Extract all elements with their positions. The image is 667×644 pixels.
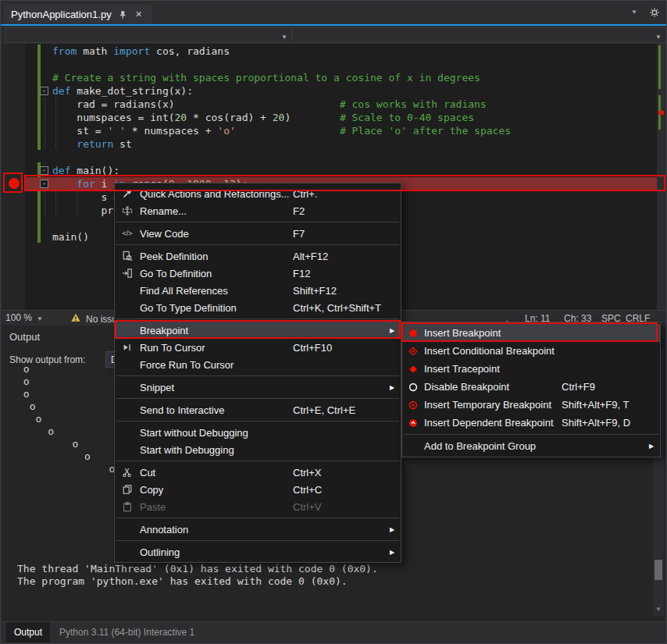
menu-separator	[116, 421, 399, 422]
editor-context-menu: Quick Actions and Refactorings...Ctrl+.R…	[114, 183, 401, 563]
code-line[interactable]: st = ' ' * numspaces + 'o' # Place 'o' a…	[2, 124, 657, 137]
quick-actions-icon	[115, 188, 140, 199]
tool-window-tab-python-3-11-64-bit-interactive-1[interactable]: Python 3.11 (64-bit) Interactive 1	[52, 622, 202, 642]
fold-toggle-icon[interactable]: -	[40, 87, 48, 95]
menu-item-shortcut: F7	[293, 228, 390, 240]
menu-separator	[116, 375, 399, 376]
menu-item-label: Breakpoint	[140, 325, 293, 336]
code-segment: st =	[52, 125, 107, 137]
fold-toggle-icon[interactable]: -	[40, 166, 48, 175]
menu-item-shortcut: Ctrl+E, Ctrl+E	[293, 404, 390, 416]
chevron-down-icon[interactable]: ▼	[629, 7, 640, 18]
menu-item-add-to-breakpoint-group[interactable]: Add to Breakpoint Group▶	[402, 437, 660, 455]
menu-item-label: Run To Cursor	[140, 342, 293, 354]
menu-item-annotation[interactable]: Annotation▶	[115, 521, 401, 538]
menu-item-run-to-cursor[interactable]: Run To CursorCtrl+F10	[115, 339, 401, 356]
tab-bar-controls: ▼	[629, 7, 660, 18]
code-segment: 'o'	[217, 125, 235, 137]
menu-item-insert-breakpoint[interactable]: Insert Breakpoint	[402, 324, 660, 342]
menu-item-label: Copy	[140, 484, 293, 496]
menu-separator	[116, 244, 399, 245]
paste-icon	[115, 501, 140, 512]
menu-item-outlining[interactable]: Outlining▶	[115, 543, 401, 560]
vs-window: PythonApplication1.py ✕ ▼ ▼ ▼ from math …	[0, 0, 667, 644]
menu-item-shortcut: F12	[293, 268, 390, 279]
menu-item-peek-definition[interactable]: Peek DefinitionAlt+F12	[115, 247, 401, 265]
code-line[interactable]: def make_dot_string(x):	[2, 84, 657, 98]
code-line[interactable]: numspaces = int(20 * cos(rad) + 20) # Sc…	[2, 111, 657, 124]
code-segment: # Create a string with spaces proportion…	[52, 72, 480, 84]
breakpoint-mark	[658, 111, 664, 115]
code-line[interactable]: from math import cos, radians	[2, 44, 657, 58]
close-icon[interactable]: ✕	[134, 9, 144, 20]
menu-item-force-run-to-cursor[interactable]: Force Run To Cursor	[115, 356, 401, 373]
menu-item-insert-conditional-breakpoint[interactable]: Insert Conditional Breakpoint	[402, 342, 660, 360]
code-segment: main()	[52, 231, 89, 243]
menu-item-insert-tracepoint[interactable]: Insert Tracepoint	[402, 360, 660, 378]
menu-item-label: Disable Breakpoint	[424, 381, 562, 393]
tool-window-tab-output[interactable]: Output	[6, 622, 50, 642]
menu-item-shortcut: Ctrl+K, Ctrl+Shift+T	[293, 302, 390, 314]
menu-item-label: Go To Type Definition	[140, 302, 293, 314]
menu-item-quick-actions-and-refactorings[interactable]: Quick Actions and Refactorings...Ctrl+.	[115, 185, 401, 202]
menu-item-find-all-references[interactable]: Find All ReferencesShift+F12	[115, 282, 401, 299]
menu-item-shortcut: Shift+F12	[293, 285, 390, 297]
menu-item-label: Force Run To Cursor	[140, 359, 293, 371]
code-line[interactable]	[2, 151, 657, 164]
menu-item-shortcut: Ctrl+F10	[293, 342, 390, 354]
menu-item-insert-dependent-breakpoint[interactable]: Insert Dependent BreakpointShift+Alt+F9,…	[402, 414, 660, 432]
code-line[interactable]: return st	[2, 137, 657, 151]
code-line[interactable]: # Create a string with spaces proportion…	[2, 71, 657, 84]
code-line[interactable]: def main():	[2, 164, 657, 177]
menu-item-paste[interactable]: PasteCtrl+V	[115, 498, 401, 515]
menu-item-go-to-type-definition[interactable]: Go To Type DefinitionCtrl+K, Ctrl+Shift+…	[115, 299, 401, 316]
zoom-control[interactable]: 100 % ▼	[5, 312, 43, 323]
menu-item-send-to-interactive[interactable]: Send to InteractiveCtrl+E, Ctrl+E	[115, 401, 401, 418]
code-segment	[52, 138, 77, 150]
menu-item-insert-temporary-breakpoint[interactable]: Insert Temporary BreakpointShift+Alt+F9,…	[402, 396, 660, 414]
menu-item-breakpoint[interactable]: Breakpoint▶	[115, 322, 401, 339]
disable-breakpoint-icon	[402, 382, 424, 393]
code-segment: numspaces = int(	[52, 112, 175, 123]
menu-item-label: Peek Definition	[140, 251, 293, 262]
menu-item-label: Insert Tracepoint	[424, 363, 562, 375]
submenu-arrow-icon: ▶	[390, 526, 401, 533]
menu-item-copy[interactable]: CopyCtrl+C	[115, 481, 401, 498]
document-tab[interactable]: PythonApplication1.py ✕	[4, 5, 152, 24]
pin-icon[interactable]	[117, 9, 128, 20]
code-segment: i	[95, 178, 113, 190]
menu-item-cut[interactable]: CutCtrl+X	[115, 464, 401, 481]
nav-dropdown-left[interactable]: ▼	[5, 27, 293, 43]
menu-item-label: Insert Dependent Breakpoint	[424, 417, 562, 429]
menu-item-label: Send to Interactive	[140, 404, 293, 416]
menu-item-label: Insert Breakpoint	[424, 327, 562, 339]
output-line: The thread 'MainThread' (0x1) has exited…	[17, 563, 647, 575]
menu-item-disable-breakpoint[interactable]: Disable BreakpointCtrl+F9	[402, 378, 660, 396]
code-line[interactable]	[2, 58, 657, 71]
menu-separator	[116, 222, 399, 222]
menu-item-shortcut: Shift+Alt+F9, D	[562, 417, 649, 429]
code-line[interactable]: rad = radians(x) # cos works with radian…	[2, 98, 657, 111]
menu-separator	[116, 540, 399, 541]
fold-toggle-icon[interactable]: -	[40, 180, 48, 188]
output-panel-title: Output	[9, 331, 40, 343]
scrollbar-thumb[interactable]	[655, 560, 662, 580]
menu-item-label: View Code	[140, 228, 293, 240]
editor-vertical-scrollbar[interactable]	[657, 44, 665, 310]
code-segment: 20	[273, 112, 285, 123]
zoom-level: 100 %	[5, 312, 32, 323]
gear-icon[interactable]	[649, 7, 660, 18]
menu-item-start-without-debugging[interactable]: Start without Debugging	[115, 424, 401, 441]
menu-item-snippet[interactable]: Snippet▶	[115, 379, 401, 396]
menu-item-view-code[interactable]: </>View CodeF7	[115, 225, 401, 242]
menu-item-rename[interactable]: Rename...F2	[115, 202, 401, 219]
code-segment: * numspaces +	[126, 125, 217, 137]
scroll-down-icon[interactable]: ▼	[653, 600, 664, 614]
code-segment: rad = radians(x)	[52, 98, 340, 110]
menu-item-go-to-definition[interactable]: Go To DefinitionF12	[115, 265, 401, 282]
dependent-breakpoint-icon	[402, 418, 424, 429]
nav-dropdown-right[interactable]: ▼	[291, 27, 667, 43]
menu-item-start-with-debugging[interactable]: Start with Debugging	[115, 441, 401, 458]
menu-item-shortcut: Ctrl+.	[293, 188, 390, 200]
code-segment: * cos(rad) +	[187, 112, 273, 123]
